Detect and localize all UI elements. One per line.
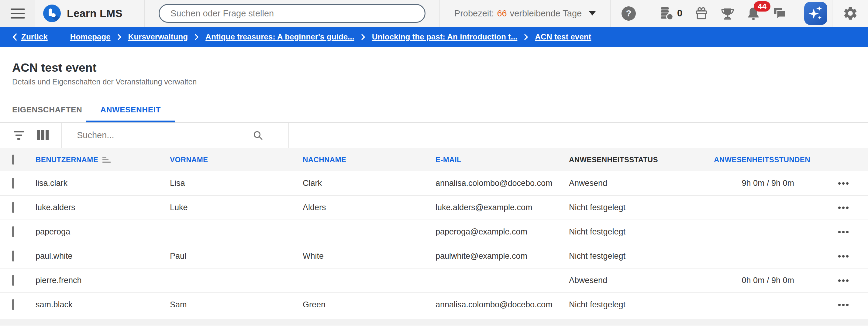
- column-label: VORNAME: [170, 156, 208, 164]
- chat-icon: [772, 6, 787, 21]
- tab-eigenschaften[interactable]: EIGENSCHAFTEN: [12, 105, 82, 122]
- topbar: Learn LMS Probezeit: 66 verbleibende Tag…: [0, 0, 868, 27]
- table-search-input[interactable]: [77, 130, 235, 140]
- search-icon[interactable]: [253, 130, 264, 141]
- column-header-benutzername[interactable]: BENUTZERNAME: [36, 156, 170, 164]
- breadcrumb-item-session[interactable]: Unlocking the past: An introduction t...: [372, 32, 518, 42]
- trial-dropdown[interactable]: Probezeit: 66 verbleibende Tage: [440, 0, 611, 27]
- help-icon: ?: [626, 8, 631, 19]
- select-all-checkbox[interactable]: [12, 155, 14, 165]
- row-menu-button[interactable]: [835, 276, 852, 286]
- table-row: luke.alders Luke Alders luke.alders@exam…: [0, 196, 868, 220]
- column-header-nachname[interactable]: NACHNAME: [303, 156, 436, 164]
- gift-icon: [694, 6, 709, 21]
- coins-count: 0: [677, 8, 682, 19]
- breadcrumb-item-kursverwaltung[interactable]: Kursverwaltung: [128, 32, 188, 42]
- hamburger-icon: [11, 8, 25, 19]
- trial-prefix: Probezeit:: [454, 8, 494, 19]
- row-menu-button[interactable]: [835, 203, 852, 212]
- tab-anwesenheit[interactable]: ANWESENHEIT: [86, 105, 175, 122]
- rewards-button[interactable]: [694, 6, 709, 21]
- hamburger-menu-button[interactable]: [0, 0, 35, 27]
- row-checkbox[interactable]: [12, 202, 14, 213]
- breadcrumb-item-homepage[interactable]: Homepage: [70, 32, 111, 42]
- row-checkbox[interactable]: [12, 299, 14, 310]
- row-menu-button[interactable]: [835, 252, 852, 261]
- cell-username: luke.alders: [36, 203, 170, 212]
- topbar-icons: 0: [647, 0, 799, 27]
- messages-button[interactable]: [772, 6, 787, 21]
- breadcrumb: Zurück Homepage Kursverwaltung Antique t…: [0, 27, 868, 47]
- cell-lastname: Green: [303, 300, 436, 309]
- trophy-icon: [721, 6, 735, 20]
- cell-email: luke.alders@example.com: [436, 203, 569, 212]
- help-button[interactable]: ?: [622, 6, 636, 21]
- chevron-right-icon: [524, 34, 528, 40]
- gear-icon: [842, 5, 858, 21]
- breadcrumb-item-event[interactable]: ACN test event: [535, 32, 591, 42]
- coins-icon: [659, 6, 675, 21]
- tab-bar: EIGENSCHAFTEN ANWESENHEIT: [0, 105, 868, 123]
- cell-status: Abwesend: [569, 276, 714, 285]
- back-label: Zurück: [21, 32, 48, 42]
- columns-button[interactable]: [37, 130, 49, 140]
- toolbar-divider: [288, 123, 289, 148]
- notifications-button[interactable]: 44: [746, 6, 761, 21]
- column-label: ANWESENHEITSSTATUS: [569, 156, 658, 164]
- column-header-email[interactable]: E-MAIL: [436, 156, 569, 164]
- row-checkbox[interactable]: [12, 178, 14, 189]
- cell-lastname: Clark: [303, 178, 436, 188]
- cell-lastname: Alders: [303, 203, 436, 212]
- column-header-anwesenheitsstatus: ANWESENHEITSSTATUS: [569, 156, 714, 164]
- column-header-vorname[interactable]: VORNAME: [170, 156, 303, 164]
- notifications-badge: 44: [754, 1, 770, 11]
- table-row: paul.white Paul White paulwhite@example.…: [0, 244, 868, 268]
- trial-suffix: verbleibende Tage: [510, 8, 582, 19]
- footer-strip: [0, 319, 868, 326]
- page-title: ACN test event: [12, 61, 868, 74]
- filter-button[interactable]: [14, 131, 24, 140]
- row-checkbox[interactable]: [12, 251, 14, 261]
- cell-username: lisa.clark: [36, 178, 170, 188]
- cell-email: annalisa.colombo@docebo.com: [436, 300, 569, 309]
- trial-days-remaining: 66: [497, 8, 507, 19]
- table-row: lisa.clark Lisa Clark annalisa.colombo@d…: [0, 171, 868, 196]
- row-checkbox[interactable]: [12, 226, 14, 237]
- column-label: BENUTZERNAME: [36, 156, 98, 164]
- cell-firstname: Lisa: [170, 178, 303, 188]
- gamification-button[interactable]: [721, 6, 735, 20]
- breadcrumb-divider: [59, 31, 59, 43]
- page-header: ACN test event Details und Eigenschaften…: [12, 61, 868, 86]
- back-button[interactable]: Zurück: [12, 32, 48, 42]
- cell-firstname: Sam: [170, 300, 303, 309]
- global-search-input[interactable]: [159, 4, 426, 23]
- cell-status: Anwesend: [569, 178, 714, 188]
- table-row: sam.black Sam Green annalisa.colombo@doc…: [0, 293, 868, 317]
- table-toolbar: [0, 123, 868, 148]
- settings-button[interactable]: [842, 5, 858, 21]
- row-checkbox[interactable]: [12, 275, 14, 286]
- cell-firstname: Paul: [170, 252, 303, 261]
- breadcrumb-item-course[interactable]: Antique treasures: A beginner's guide...: [206, 32, 354, 42]
- cell-status: Nicht festgelegt: [569, 203, 714, 212]
- table-row: paperoga paperoga@example.com Nicht fest…: [0, 220, 868, 244]
- column-label: ANWESENHEITSSTUNDEN: [714, 156, 810, 164]
- page-subtitle: Details und Eigenschaften der Veranstalt…: [12, 77, 868, 86]
- row-menu-button[interactable]: [835, 178, 852, 188]
- coins-button[interactable]: 0: [659, 6, 682, 21]
- global-search-section: [145, 0, 440, 27]
- chevron-right-icon: [117, 34, 122, 40]
- column-header-anwesenheitsstunden[interactable]: ANWESENHEITSSTUNDEN: [714, 156, 818, 164]
- cell-hours: 9h 0m / 9h 0m: [714, 178, 818, 188]
- ai-assistant-button[interactable]: [804, 2, 827, 25]
- chevron-left-icon: [12, 33, 17, 41]
- cell-lastname: White: [303, 252, 436, 261]
- cell-email: paulwhite@example.com: [436, 252, 569, 261]
- row-menu-button[interactable]: [835, 227, 852, 237]
- row-menu-button[interactable]: [835, 300, 852, 310]
- caret-down-icon: [589, 11, 596, 15]
- cell-status: Nicht festgelegt: [569, 227, 714, 237]
- cell-username: pierre.french: [36, 276, 170, 285]
- app-logo[interactable]: Learn LMS: [35, 0, 145, 27]
- cell-status: Nicht festgelegt: [569, 300, 714, 309]
